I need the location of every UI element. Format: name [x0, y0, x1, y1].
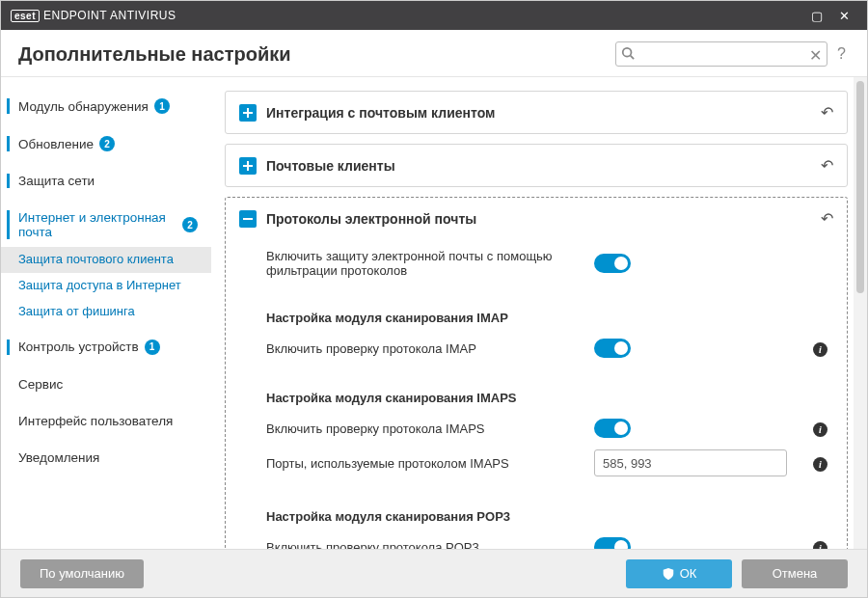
setting-label: Порты, используемые протоколом IMAPS [266, 456, 594, 471]
setting-imaps-check: Включить проверку протокола IMAPS i [266, 413, 833, 444]
page-title: Дополнительные настройки [18, 43, 615, 66]
panel-header[interactable]: Протоколы электронной почты ↶ [226, 198, 847, 239]
heading-pop3: Настройка модуля сканирования POP3 [266, 482, 833, 531]
footer: По умолчанию ОК Отмена [1, 549, 867, 597]
sidebar-sub-mail-protection[interactable]: Защита почтового клиента [1, 247, 211, 273]
expand-icon[interactable] [239, 157, 257, 175]
revert-icon[interactable]: ↶ [821, 209, 833, 228]
heading-imap: Настройка модуля сканирования IMAP [266, 284, 833, 333]
revert-icon[interactable]: ↶ [821, 156, 833, 175]
expand-icon[interactable] [239, 104, 257, 122]
heading-imaps: Настройка модуля сканирования IMAPS [266, 364, 833, 413]
svg-rect-6 [243, 218, 253, 220]
panel-mail-integration: Интеграция с почтовым клиентом ↶ [225, 91, 848, 134]
setting-label: Включить защиту электронной почты с помо… [266, 249, 594, 278]
shield-icon [662, 567, 675, 581]
info-icon[interactable]: i [813, 342, 827, 357]
sidebar-label: Защита сети [18, 174, 95, 188]
setting-label: Включить проверку протокола IMAPS [266, 421, 594, 436]
toggle-imaps[interactable] [594, 419, 631, 438]
panel-title: Почтовые клиенты [266, 158, 821, 174]
collapse-icon[interactable] [239, 210, 257, 228]
ok-button[interactable]: ОК [626, 559, 732, 588]
toggle-imap[interactable] [594, 339, 631, 358]
sidebar: Модуль обнаружения 1 Обновление 2 Защита… [1, 77, 211, 549]
sidebar-label: Интерфейс пользователя [18, 414, 173, 428]
setting-label: Включить проверку протокола IMAP [266, 341, 594, 356]
sidebar-item-service[interactable]: Сервис [1, 369, 211, 399]
panel-title: Интеграция с почтовым клиентом [266, 105, 821, 121]
sidebar-sub-antiphishing[interactable]: Защита от фишинга [1, 299, 211, 325]
panel-title: Протоколы электронной почты [266, 211, 821, 227]
panel-header[interactable]: Интеграция с почтовым клиентом ↶ [226, 92, 847, 133]
setting-imaps-ports: Порты, используемые протоколом IMAPS i [266, 444, 833, 482]
sidebar-label: Сервис [18, 377, 63, 392]
badge: 1 [154, 98, 170, 114]
setting-enable-email-filter: Включить защиту электронной почты с помо… [266, 243, 833, 284]
toggle-enable-email-filter[interactable] [594, 254, 631, 273]
setting-label: Включить проверку протокола POP3 [266, 540, 594, 550]
input-imaps-ports[interactable] [594, 449, 787, 476]
window-close-icon[interactable]: ✕ [830, 9, 857, 23]
sidebar-sub-web-access[interactable]: Защита доступа в Интернет [1, 273, 211, 299]
sidebar-item-notifications[interactable]: Уведомления [1, 443, 211, 473]
settings-content: Интеграция с почтовым клиентом ↶ Почтовы… [211, 77, 854, 549]
setting-imap-check: Включить проверку протокола IMAP i [266, 333, 833, 364]
svg-rect-5 [243, 165, 253, 167]
sidebar-label: Контроль устройств [18, 340, 139, 354]
svg-rect-3 [243, 112, 253, 114]
sidebar-item-internet-email[interactable]: Интернет и электронная почта 2 [1, 203, 211, 247]
badge: 1 [145, 340, 160, 355]
panel-mail-clients: Почтовые клиенты ↶ [225, 144, 848, 187]
sidebar-label: Уведомления [18, 450, 99, 465]
window-maximize-icon[interactable]: ▢ [803, 9, 830, 23]
defaults-button[interactable]: По умолчанию [20, 559, 144, 588]
search-icon [621, 46, 635, 64]
search-input[interactable] [615, 41, 827, 67]
scrollbar[interactable] [854, 77, 867, 549]
product-name: ENDPOINT ANTIVIRUS [43, 9, 176, 22]
scrollbar-thumb[interactable] [856, 81, 864, 293]
sidebar-label: Обновление [18, 137, 94, 151]
help-icon[interactable]: ? [837, 45, 846, 63]
revert-icon[interactable]: ↶ [821, 103, 833, 122]
setting-pop3-check: Включить проверку протокола POP3 i [266, 531, 833, 549]
sidebar-item-detection[interactable]: Модуль обнаружения 1 [1, 91, 211, 122]
toggle-pop3[interactable] [594, 537, 631, 549]
sidebar-item-ui[interactable]: Интерфейс пользователя [1, 406, 211, 436]
page-header: Дополнительные настройки ✕ ? [1, 30, 867, 77]
sidebar-item-network[interactable]: Защита сети [1, 166, 211, 196]
sidebar-label: Модуль обнаружения [18, 99, 149, 114]
sidebar-item-update[interactable]: Обновление 2 [1, 128, 211, 159]
clear-search-icon[interactable]: ✕ [809, 46, 822, 65]
info-icon[interactable]: i [813, 422, 827, 437]
info-icon[interactable]: i [813, 457, 827, 472]
panel-header[interactable]: Почтовые клиенты ↶ [226, 145, 847, 186]
titlebar: eset ENDPOINT ANTIVIRUS ▢ ✕ [1, 1, 867, 30]
badge: 2 [99, 136, 115, 151]
brand-badge: eset [11, 10, 40, 22]
svg-point-0 [623, 48, 632, 57]
svg-line-1 [631, 56, 635, 60]
badge: 2 [182, 217, 198, 232]
panel-email-protocols: Протоколы электронной почты ↶ Включить з… [225, 197, 848, 549]
cancel-button[interactable]: Отмена [742, 559, 848, 588]
sidebar-item-device-control[interactable]: Контроль устройств 1 [1, 332, 211, 363]
search-box[interactable]: ✕ [615, 41, 827, 67]
info-icon[interactable]: i [813, 541, 827, 549]
sidebar-label: Интернет и электронная почта [18, 210, 176, 239]
